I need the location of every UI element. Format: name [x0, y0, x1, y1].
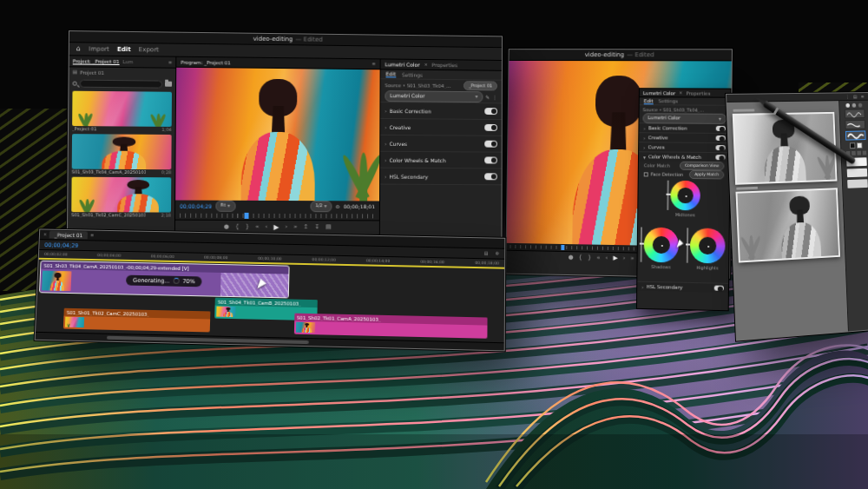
section-toggle[interactable] [484, 141, 497, 148]
subtab-edit[interactable]: Edit [385, 70, 395, 77]
settings-wrench-icon[interactable]: ⚙ [335, 204, 339, 209]
auto-icon[interactable]: ✎ [485, 95, 490, 100]
tab-lumetri-color[interactable]: Lumetri Color [385, 61, 420, 67]
media-item[interactable]: S01_Sh03_Tk04_CamA_20250103_ 0;28 [72, 134, 172, 175]
section-toggle[interactable] [484, 108, 497, 115]
mark-out-icon[interactable]: } [588, 254, 592, 261]
scrubber[interactable] [180, 214, 375, 219]
tab-sequence[interactable]: _Project 01 [49, 231, 89, 240]
layer-thumbnail[interactable] [847, 179, 868, 188]
section-toggle[interactable] [714, 286, 724, 291]
section-basic-correction[interactable]: › Basic Correction [380, 102, 501, 119]
midtones-wheel[interactable] [670, 181, 700, 211]
section-creative[interactable]: › Creative [380, 118, 501, 135]
highlights-slider[interactable] [687, 228, 688, 262]
marker-icon[interactable]: ● [224, 224, 229, 230]
tab-properties[interactable]: Properties [432, 62, 458, 68]
search-input[interactable] [80, 79, 162, 88]
close-icon[interactable]: × [424, 63, 427, 67]
stroke-preset[interactable] [845, 120, 865, 129]
tab-project[interactable]: Project: _Project 01 [73, 58, 120, 65]
face-detection-checkbox[interactable] [644, 172, 648, 176]
next-frame-icon[interactable]: › [623, 255, 626, 261]
export-frame-icon[interactable]: ▤ [326, 224, 332, 230]
tab-lumetri-color[interactable]: Lumetri Color [643, 90, 675, 96]
clip-generating[interactable]: S01_Sh03_Tk04_CamA_20250103_-00;00;04;29… [40, 261, 288, 298]
fit-dropdown[interactable]: Fit ▾ [215, 201, 235, 212]
highlights-wheel[interactable] [690, 228, 726, 263]
tab-import[interactable]: Import [89, 45, 109, 52]
preset-dropdown[interactable]: Lumetri Color ▾ [642, 113, 727, 124]
stroke-preset[interactable] [844, 109, 865, 118]
photo-frame-1[interactable] [733, 112, 838, 185]
background-color-swatch[interactable] [857, 142, 863, 149]
prev-frame-icon[interactable]: ‹ [606, 255, 608, 261]
section-toggle[interactable] [484, 124, 497, 131]
section-creative[interactable]: › Creative [639, 132, 730, 142]
toolbar-grid-icon[interactable]: ▤ [853, 95, 857, 99]
section-toggle[interactable] [715, 145, 725, 150]
toolbar-menu-icon[interactable]: ≡ [861, 95, 865, 99]
section-toggle[interactable] [715, 155, 725, 160]
grid-view-icon[interactable]: ▤ [73, 69, 77, 75]
timeline-settings-icon[interactable]: ⚙ [496, 252, 500, 256]
layer-thumbnail[interactable] [846, 169, 867, 177]
reset-icon[interactable]: ⋮ [492, 95, 497, 100]
shadows-wheel[interactable] [644, 228, 680, 263]
apply-match-button[interactable]: Apply Match [689, 170, 724, 180]
tab-export[interactable]: Export [139, 46, 159, 53]
shadows-slider[interactable] [641, 227, 642, 261]
brush-preset-icon[interactable] [852, 103, 857, 108]
section-toggle[interactable] [716, 135, 726, 141]
title-bar[interactable]: video-editing — Edited [510, 50, 732, 61]
section-hsl-secondary[interactable]: › HSL Secondary [637, 281, 728, 293]
media-item[interactable]: S01_Sh01_Tk02_CamC_20250103_ 2;18 [71, 177, 171, 218]
section-basic-correction[interactable]: › Basic Correction [639, 122, 730, 133]
next-frame-icon[interactable]: › [285, 224, 287, 230]
tab-program[interactable]: Program: _Project 01 [181, 59, 230, 65]
play-icon[interactable]: ▶ [613, 255, 617, 261]
stroke-preset-selected[interactable] [845, 130, 865, 140]
close-icon[interactable]: × [43, 232, 47, 236]
home-icon[interactable]: ⌂ [76, 45, 81, 52]
tool-icon[interactable] [862, 151, 866, 155]
prev-frame-icon[interactable]: ‹ [265, 224, 267, 230]
tab-lumetri-truncated[interactable]: Lum [122, 59, 133, 64]
comparison-view-button[interactable]: Comparison View [680, 162, 725, 171]
resolution-dropdown[interactable]: 1/2 ▾ [310, 201, 332, 211]
lift-icon[interactable]: ↥ [303, 224, 308, 230]
midtones-slider[interactable] [667, 181, 668, 210]
section-toggle[interactable] [716, 126, 726, 131]
panel-menu-icon[interactable]: ≡ [168, 60, 172, 64]
marker-icon[interactable]: ● [569, 254, 574, 261]
step-forward-icon[interactable]: » [293, 224, 297, 230]
clip-video[interactable]: S01_Sh02_Tk01_CamA_20250103_ [293, 314, 487, 339]
folder-icon[interactable] [165, 82, 172, 87]
extract-icon[interactable]: ↧ [314, 224, 319, 230]
section-toggle[interactable] [484, 173, 497, 180]
photo-frame-2[interactable] [735, 188, 840, 262]
panel-menu-icon[interactable]: ≡ [372, 62, 376, 66]
tool-icon[interactable] [857, 151, 861, 155]
step-back-icon[interactable]: « [255, 224, 259, 230]
step-back-icon[interactable]: « [596, 255, 600, 261]
mark-in-icon[interactable]: { [235, 224, 240, 230]
brush-preset-icon[interactable] [845, 103, 850, 108]
playhead[interactable] [245, 213, 249, 219]
source-project-button[interactable]: _Project 01 [464, 81, 497, 90]
section-hsl-secondary[interactable]: › HSL Secondary [380, 168, 502, 185]
clip-video[interactable]: S01_Sh01_Tk02_CamC_20250103_ [63, 308, 210, 333]
snap-icon[interactable]: ▤ [484, 251, 489, 255]
tab-edit[interactable]: Edit [117, 46, 131, 53]
section-toggle[interactable] [484, 156, 497, 163]
mark-in-icon[interactable]: { [579, 254, 583, 261]
media-item[interactable]: _Project 01 1;04 [72, 91, 172, 132]
toolbar-dots-icon[interactable]: ⋮ [845, 95, 850, 99]
tab-properties[interactable]: Properties [686, 90, 710, 96]
subtab-edit[interactable]: Edit [644, 98, 654, 104]
foreground-color-swatch[interactable] [849, 142, 855, 149]
step-forward-icon[interactable]: » [630, 255, 634, 261]
subtab-settings[interactable]: Settings [658, 98, 678, 103]
brush-preset-icon[interactable] [858, 103, 863, 108]
play-icon[interactable]: ▶ [273, 224, 279, 231]
